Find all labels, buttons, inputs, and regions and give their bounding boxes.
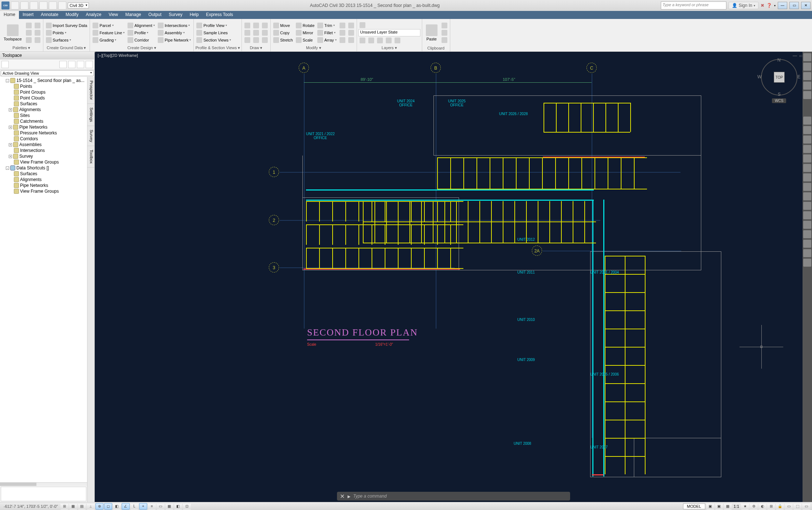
viewcube-n[interactable]: N: [777, 58, 781, 63]
nav-tool-14[interactable]: [803, 240, 811, 248]
tab-prospector[interactable]: Prospector: [87, 77, 94, 104]
panel-title-draw[interactable]: Draw ▾: [243, 45, 269, 51]
tree-shortcut-view-frame-groups[interactable]: View Frame Groups: [0, 188, 87, 194]
viewcube-e[interactable]: E: [797, 74, 800, 79]
tree-scrollbar[interactable]: [0, 482, 87, 486]
nav-tool-16[interactable]: [803, 259, 811, 267]
nav-fullnav-icon[interactable]: [803, 53, 811, 61]
stretch-button[interactable]: Stretch: [272, 37, 294, 43]
tab-output[interactable]: Output: [145, 11, 165, 19]
sb-ws[interactable]: ⊞: [767, 503, 775, 510]
layer-tool-1[interactable]: [358, 37, 366, 44]
surfaces-button[interactable]: Surfaces: [45, 37, 89, 43]
sb-ducs[interactable]: L: [130, 503, 138, 510]
palette-btn-3[interactable]: [25, 37, 33, 43]
cut-button[interactable]: [440, 22, 448, 29]
modify-btn-b[interactable]: [347, 30, 355, 36]
nav-tool-12[interactable]: [803, 221, 811, 229]
tab-express-tools[interactable]: Express Tools: [202, 11, 236, 19]
tree-shortcut-alignments[interactable]: Alignments: [0, 177, 87, 183]
tree-node-survey[interactable]: +Survey: [0, 153, 87, 159]
panel-title-palettes[interactable]: Palettes ▾: [1, 45, 42, 51]
modify-btn-a[interactable]: [347, 22, 355, 29]
tree-node-alignments[interactable]: +Alignments: [0, 107, 87, 113]
nav-tool-9[interactable]: [803, 192, 811, 200]
sb-anno-3[interactable]: ◐: [758, 503, 766, 510]
points-button[interactable]: Points: [45, 30, 89, 36]
tab-modify[interactable]: Modify: [62, 11, 82, 19]
toolspace-btn-2[interactable]: [68, 61, 75, 68]
sb-lwt[interactable]: ≡: [148, 503, 156, 510]
annotation-scale[interactable]: 1:1: [732, 504, 741, 509]
nav-orbit-icon[interactable]: [803, 82, 811, 90]
panel-title-modify[interactable]: Modify ▾: [272, 45, 355, 51]
panel-title-profile[interactable]: Profile & Section Views ▾: [195, 45, 240, 51]
tree-node-pressure-networks[interactable]: Pressure Networks: [0, 130, 87, 136]
nav-showmotion-icon[interactable]: [803, 91, 811, 99]
hatch-button[interactable]: [261, 30, 269, 36]
tab-settings-side[interactable]: Settings: [87, 104, 94, 126]
toolspace-view-select[interactable]: Active Drawing View ▾: [1, 70, 94, 76]
nav-tool-11[interactable]: [803, 211, 811, 219]
viewport-minimize[interactable]: —: [793, 53, 797, 58]
nav-tool-1[interactable]: [803, 117, 811, 125]
sb-lock[interactable]: 🔒: [776, 503, 784, 510]
workspace-select[interactable]: Civil 3D: [68, 3, 89, 8]
fillet-button[interactable]: Fillet: [316, 30, 337, 36]
point-button[interactable]: [261, 37, 269, 43]
tree-shortcuts[interactable]: -Data Shortcuts []: [0, 165, 87, 171]
trim-button[interactable]: Trim: [316, 22, 337, 29]
toolspace-btn-3[interactable]: [77, 61, 84, 68]
sb-clean[interactable]: ▭: [802, 503, 810, 510]
tab-home[interactable]: Home: [0, 11, 19, 19]
tree-node-view-frame-groups[interactable]: View Frame Groups: [0, 159, 87, 165]
assembly-button[interactable]: Assembly: [157, 30, 192, 36]
nav-tool-2[interactable]: [803, 126, 811, 134]
nav-tool-7[interactable]: [803, 173, 811, 181]
intersections-button[interactable]: Intersections: [157, 22, 192, 29]
offset-button[interactable]: [338, 37, 346, 43]
tab-toolbox[interactable]: Toolbox: [87, 146, 94, 168]
model-tab[interactable]: MODEL: [683, 503, 705, 509]
ellipse-button[interactable]: [252, 37, 260, 43]
panel-title-layers[interactable]: Layers ▾: [358, 45, 420, 51]
explode-button[interactable]: [338, 30, 346, 36]
tab-analyze[interactable]: Analyze: [82, 11, 105, 19]
tree-node-point-clouds[interactable]: Point Clouds: [0, 95, 87, 101]
erase-button[interactable]: [338, 22, 346, 29]
tree-node-sites[interactable]: Sites: [0, 113, 87, 118]
nav-zoom-icon[interactable]: [803, 72, 811, 80]
modify-btn-c[interactable]: [347, 37, 355, 43]
copyclip-button[interactable]: [440, 30, 448, 36]
sb-tpy[interactable]: ▭: [157, 503, 165, 510]
tree-shortcut-surfaces[interactable]: Surfaces: [0, 171, 87, 177]
profile-button[interactable]: Profile: [126, 30, 156, 36]
nav-tool-5[interactable]: [803, 154, 811, 162]
matchprops-button[interactable]: [440, 37, 448, 43]
viewcube-top-face[interactable]: TOP: [774, 72, 785, 83]
import-survey-button[interactable]: Import Survey Data: [45, 22, 89, 29]
sb-3dosnap[interactable]: ◧: [113, 503, 121, 510]
paste-button[interactable]: Paste: [424, 20, 440, 46]
nav-tool-15[interactable]: [803, 249, 811, 257]
nav-tool-6[interactable]: [803, 164, 811, 172]
tree-node-pipe-networks[interactable]: +Pipe Networks: [0, 124, 87, 130]
tree-node-surfaces[interactable]: Surfaces: [0, 101, 87, 107]
nav-tool-10[interactable]: [803, 202, 811, 210]
toolspace-refresh-icon[interactable]: [1, 61, 9, 68]
drawing-canvas[interactable]: [‒][Top][2D Wireframe] — ▭ ✕ A B C 1 2 3…: [95, 52, 812, 502]
grading-button[interactable]: Grading: [91, 37, 126, 43]
profileview-button[interactable]: Profile View: [195, 22, 232, 29]
viewcube[interactable]: TOP N S W E WCS: [761, 59, 797, 95]
sb-osnap[interactable]: ◻: [104, 503, 112, 510]
chevron-down-icon[interactable]: ▾: [774, 4, 776, 7]
sb-infer[interactable]: ⊞: [60, 503, 68, 510]
move-button[interactable]: Move: [272, 22, 294, 29]
rotate-button[interactable]: Rotate: [295, 22, 315, 29]
signin-button[interactable]: 👤 Sign In ▾: [729, 2, 758, 9]
maximize-button[interactable]: ▭: [789, 2, 799, 9]
line-button[interactable]: [243, 22, 251, 29]
tree-shortcut-pipe-networks[interactable]: Pipe Networks: [0, 183, 87, 188]
qat-save-icon[interactable]: [30, 1, 38, 9]
command-line[interactable]: ✕ ▸ Type a command: [337, 492, 570, 501]
